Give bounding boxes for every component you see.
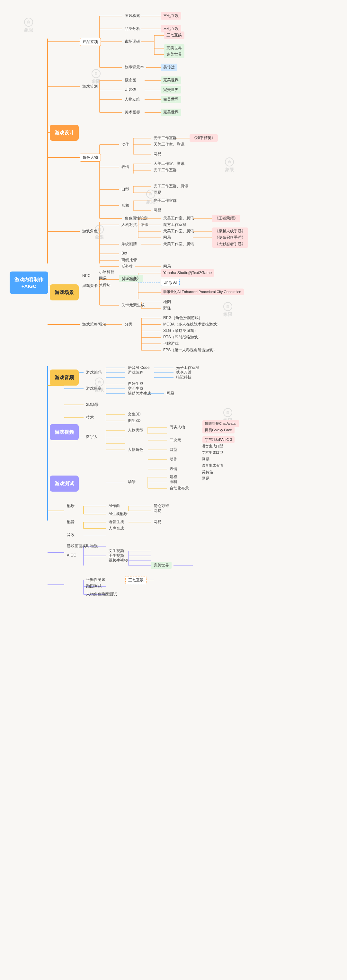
youxi-guanka-label: 游戏关卡 bbox=[80, 282, 100, 290]
node-kouxing: 口型 bbox=[119, 186, 132, 193]
node-huamian-zenqiang: 游戏画面实时增强 bbox=[64, 542, 100, 550]
node-meishu-r: 完美世界 bbox=[161, 108, 181, 116]
node-fenlei: 分类 bbox=[122, 321, 135, 328]
node-youxi-bianc: 游戏编程 bbox=[125, 369, 146, 376]
node-dongzuo-r2: 天美工作室、腾讯 bbox=[151, 141, 187, 148]
node-pinlei: 品类分析 bbox=[122, 25, 143, 32]
node-jishu: 技术 bbox=[84, 414, 96, 421]
node-yahaha: Yahaha Studio的Text2Game bbox=[161, 269, 214, 277]
node-bq2-r1: 语音生成表情 bbox=[199, 462, 226, 469]
node-wangyi-fuzhu: 网易 bbox=[164, 390, 177, 397]
node-ui-r: 完美世界 bbox=[161, 86, 181, 94]
game-scene-box: 游戏场景 bbox=[50, 284, 79, 301]
node-gushi-right: 吴传达 bbox=[161, 64, 177, 71]
game-video-box: 游戏视频 bbox=[50, 424, 79, 440]
chanpin-lixiang-label: 产品立项 bbox=[80, 38, 101, 46]
node-renwu-r: 完美世界 bbox=[161, 96, 181, 103]
node-npc: NPC bbox=[80, 272, 93, 279]
node-wanmei-video: 完美世界 bbox=[151, 562, 172, 569]
node-wangyi-peiyin: 网易 bbox=[151, 518, 164, 526]
node-xieshi: 写实人物 bbox=[167, 423, 188, 431]
node-renwujuese: 人物角色 bbox=[125, 446, 146, 453]
node-xx-r1: 光子工作室群 bbox=[151, 197, 179, 204]
node-bot: Bot bbox=[119, 250, 130, 256]
node-fps: FPS（第一人称视角射击游戏） bbox=[161, 346, 220, 354]
youxi-cehhua-label: 游戏策划 bbox=[80, 83, 100, 90]
node-tencent-ai: 腾讯云的AI Enhanced Procedural City Generati… bbox=[161, 288, 244, 295]
node-paohu: 跑图测试 bbox=[84, 582, 104, 590]
node-fanwai: 反外挂 bbox=[119, 263, 135, 270]
node-ai-peilue: AI生成配乐 bbox=[106, 510, 130, 518]
game-design-box: 游戏设计 bbox=[50, 125, 79, 141]
content-aigc-box: 游戏内容制作+AIGC bbox=[10, 272, 48, 294]
node-dongzuo2: 动作 bbox=[167, 456, 180, 463]
node-kx-r2: 网易 bbox=[151, 189, 164, 196]
node-erc2: 猎记科技 bbox=[174, 374, 194, 381]
node-peiyin: 配音 bbox=[64, 518, 77, 526]
node-renji-tag1: 《王者荣耀》 bbox=[212, 215, 240, 222]
node-bq2-r3: 网易 bbox=[199, 475, 212, 482]
node-dongzuo-tag1: 《和平精英》 bbox=[189, 134, 218, 142]
game-test-box: 游戏测试 bbox=[50, 476, 79, 492]
node-renji: 人机对抗、陪练 bbox=[119, 221, 151, 229]
node-kouxing2: 口型 bbox=[167, 446, 180, 453]
juese-renwu-label: 角色人物 bbox=[80, 154, 101, 162]
watermark-5: 自 象限 bbox=[223, 302, 232, 317]
node-panic: 字节跳动PAniC-3 bbox=[202, 436, 234, 443]
node-meishu: 美术图标 bbox=[122, 108, 143, 116]
node-youxi-bianma: 游戏编码 bbox=[84, 369, 104, 376]
node-kx2-r1: 语音生成口型 bbox=[199, 443, 226, 450]
node-biaoqing2: 表情 bbox=[167, 465, 180, 473]
node-video-video: 视频生视频 bbox=[106, 557, 131, 564]
node-chatavatar: 影眸科技ChatAvatar bbox=[202, 420, 239, 427]
node-yuanan: 游戏原案 bbox=[84, 385, 104, 392]
node-xingxiang: 形象 bbox=[119, 202, 132, 209]
node-galaxy: 网易Galaxy Face bbox=[202, 427, 234, 433]
node-unity-ai: Unity AI bbox=[161, 279, 180, 286]
node-zidonghua: 自动化布景 bbox=[167, 485, 191, 492]
node-yinxiao: 音效 bbox=[64, 531, 77, 539]
node-ercianyuan: 二次元 bbox=[167, 436, 184, 444]
node-kx2-r2: 文本生成口型 bbox=[199, 449, 226, 456]
node-shichang: 市场调研 bbox=[122, 38, 143, 45]
mindmap-container: 自 象限 自 象限 自 象限 自 象限 自 象限 自 象限 自 象限 自 象限 … bbox=[0, 0, 347, 980]
node-changjing: 场景 bbox=[125, 478, 138, 485]
node-37-test: 三七互娱 bbox=[125, 576, 146, 584]
node-yeguai: 野怪 bbox=[161, 305, 174, 312]
node-guanka-elem: 关卡元素生成 bbox=[119, 301, 147, 309]
node-bq-r2: 光子工作室群 bbox=[151, 166, 179, 174]
node-renwu: 人物立绘 bbox=[122, 96, 143, 103]
youxi-celue-label: 游戏策略/玩法 bbox=[80, 321, 109, 328]
node-peilue: 配乐 bbox=[64, 502, 77, 510]
node-wangyi-peilue: 网易 bbox=[151, 507, 164, 514]
node-tu3d: 图生3D bbox=[125, 417, 143, 425]
node-shichang-r3: 完美世界 bbox=[164, 51, 185, 58]
node-renwuleixing: 人物类型 bbox=[125, 427, 146, 434]
node-gushi: 故事背景本 bbox=[122, 64, 146, 71]
node-2d: 2D场景 bbox=[84, 401, 101, 408]
node-huanxing-test: 人物角色唤醒测试 bbox=[84, 590, 119, 598]
node-guanka-sheng: 关卡生成 bbox=[119, 276, 139, 283]
node-shichang-r1: 三七互娱 bbox=[164, 32, 185, 39]
node-biaoqing: 表情 bbox=[119, 163, 132, 170]
node-huafeng-right: 三七互娱 bbox=[161, 12, 181, 20]
node-gainian-r: 完美世界 bbox=[161, 76, 181, 84]
node-xx-r2: 网易 bbox=[151, 207, 164, 214]
node-rensh: 人声合成 bbox=[106, 525, 127, 532]
node-gainian: 概念图 bbox=[122, 76, 139, 84]
node-xtjq-r: 天美工作室、腾讯 bbox=[161, 240, 197, 248]
node-ui: UI装饰 bbox=[122, 86, 139, 94]
game-audio-box: 游戏音频 bbox=[50, 369, 79, 386]
watermark-4: 自 象限 bbox=[225, 158, 234, 173]
node-dongzuo: 动作 bbox=[119, 141, 132, 148]
node-shuzi: 数字人 bbox=[84, 433, 100, 441]
node-ai-zuoqu: AI作曲 bbox=[106, 502, 123, 510]
node-fuzhu: 辅助美术生成 bbox=[125, 390, 154, 397]
youxi-juese-label: 游戏角色 bbox=[80, 228, 100, 235]
watermark-2: 自 象限 bbox=[92, 69, 100, 84]
watermark-1: 自 象限 bbox=[24, 18, 33, 33]
node-huafeng: 画风检索 bbox=[122, 12, 143, 20]
node-renji-tag4: 《火影忍者手游》 bbox=[212, 240, 248, 248]
node-dongzuo-r3: 网易 bbox=[151, 150, 164, 158]
node-aigc: AIGC bbox=[64, 552, 79, 558]
